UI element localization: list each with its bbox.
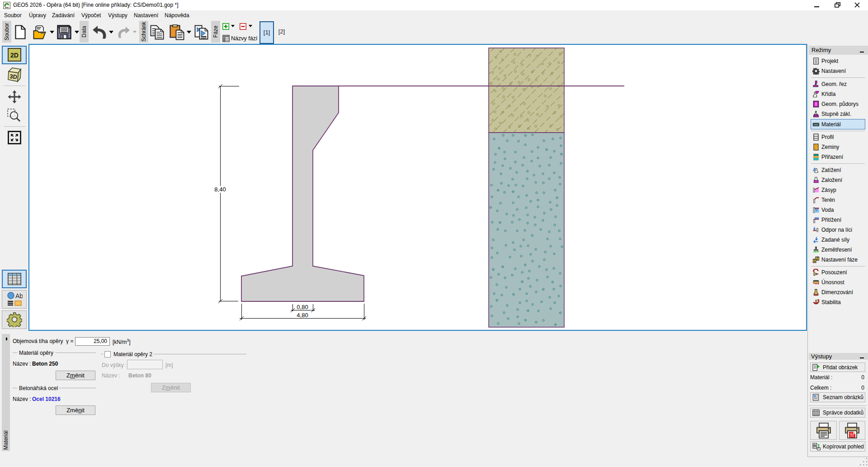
svg-text:Ab: Ab [15, 292, 23, 300]
svg-text:8,40: 8,40 [214, 186, 226, 193]
svg-text:0,80: 0,80 [297, 304, 308, 310]
svg-text:2: 2 [816, 256, 818, 261]
svg-text:3D: 3D [9, 73, 18, 80]
svg-text:4,80: 4,80 [297, 312, 308, 319]
svg-text:2D: 2D [10, 52, 19, 59]
svg-text:1: 1 [813, 258, 816, 263]
svg-text:B: B [813, 443, 816, 448]
